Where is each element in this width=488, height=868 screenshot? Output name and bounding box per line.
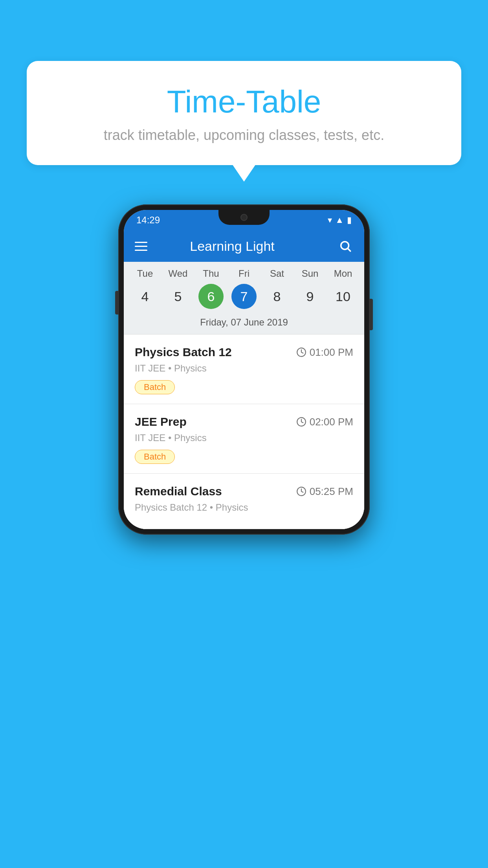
battery-icon: ▮ <box>347 215 352 225</box>
speech-bubble: Time-Table track timetable, upcoming cla… <box>27 61 461 165</box>
calendar-dates-row: 4 5 6 7 8 9 10 <box>124 282 364 315</box>
phone-mockup: 14:29 ▾ ▲ ▮ Learning Light <box>118 204 370 535</box>
day-sat[interactable]: Sat <box>261 268 294 279</box>
schedule-list: Physics Batch 12 01:00 PM IIT JEE • Phys… <box>124 335 364 529</box>
schedule-item-1[interactable]: Physics Batch 12 01:00 PM IIT JEE • Phys… <box>124 335 364 404</box>
clock-icon-2 <box>296 417 306 427</box>
schedule-item-1-subtitle: IIT JEE • Physics <box>135 363 353 374</box>
schedule-item-1-time: 01:00 PM <box>296 346 353 359</box>
clock-icon-3 <box>296 486 306 497</box>
selected-date-label: Friday, 07 June 2019 <box>124 315 364 335</box>
bubble-subtitle: track timetable, upcoming classes, tests… <box>46 127 442 143</box>
speech-bubble-container: Time-Table track timetable, upcoming cla… <box>27 61 461 165</box>
svg-line-1 <box>348 249 350 251</box>
date-9[interactable]: 9 <box>294 284 327 309</box>
phone-screen: 14:29 ▾ ▲ ▮ Learning Light <box>124 210 364 529</box>
schedule-item-2-subtitle: IIT JEE • Physics <box>135 432 353 443</box>
schedule-item-1-header: Physics Batch 12 01:00 PM <box>135 346 353 359</box>
batch-badge-2: Batch <box>135 450 175 464</box>
schedule-item-3-subtitle: Physics Batch 12 • Physics <box>135 502 353 513</box>
phone-outer: 14:29 ▾ ▲ ▮ Learning Light <box>118 204 370 535</box>
day-tue[interactable]: Tue <box>128 268 161 279</box>
schedule-item-2-time: 02:00 PM <box>296 416 353 428</box>
date-10[interactable]: 10 <box>327 284 360 309</box>
search-button[interactable] <box>338 238 353 254</box>
date-8[interactable]: 8 <box>261 284 294 309</box>
day-mon[interactable]: Mon <box>327 268 360 279</box>
wifi-icon: ▾ <box>328 215 332 225</box>
date-7-selected[interactable]: 7 <box>231 284 257 309</box>
date-5[interactable]: 5 <box>161 284 194 309</box>
schedule-item-1-title: Physics Batch 12 <box>135 346 232 359</box>
schedule-item-2-header: JEE Prep 02:00 PM <box>135 415 353 428</box>
day-fri[interactable]: Fri <box>227 268 261 279</box>
day-thu[interactable]: Thu <box>194 268 227 279</box>
day-sun[interactable]: Sun <box>294 268 327 279</box>
app-bar-title: Learning Light <box>136 239 328 254</box>
date-4[interactable]: 4 <box>128 284 161 309</box>
front-camera <box>240 214 248 221</box>
status-icons: ▾ ▲ ▮ <box>328 215 352 225</box>
schedule-item-2[interactable]: JEE Prep 02:00 PM IIT JEE • Physics Batc… <box>124 404 364 474</box>
app-bar: Learning Light <box>124 230 364 262</box>
day-wed[interactable]: Wed <box>161 268 194 279</box>
clock-icon-1 <box>296 347 306 357</box>
bubble-title: Time-Table <box>46 85 442 119</box>
schedule-item-3-time: 05:25 PM <box>296 485 353 498</box>
schedule-item-2-title: JEE Prep <box>135 415 187 428</box>
calendar-days-row: Tue Wed Thu Fri Sat Sun Mon <box>124 262 364 282</box>
phone-notch <box>218 210 270 225</box>
status-time: 14:29 <box>136 215 160 226</box>
schedule-item-3-title: Remedial Class <box>135 485 222 498</box>
calendar-section: Tue Wed Thu Fri Sat Sun Mon 4 5 6 7 8 9 … <box>124 262 364 335</box>
signal-icon: ▲ <box>335 215 344 225</box>
schedule-item-3[interactable]: Remedial Class 05:25 PM Physics Batch 12… <box>124 474 364 529</box>
batch-badge-1: Batch <box>135 380 175 394</box>
schedule-item-3-header: Remedial Class 05:25 PM <box>135 485 353 498</box>
date-6-today[interactable]: 6 <box>198 284 224 309</box>
